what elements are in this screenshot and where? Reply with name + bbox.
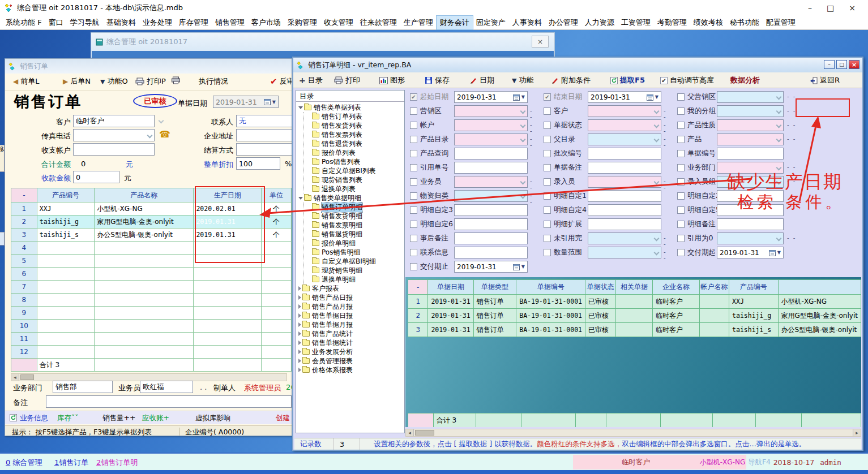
- filter-checkbox-业务部门[interactable]: [677, 164, 685, 171]
- empty-cell[interactable]: [37, 242, 95, 255]
- filter-field-交付期止[interactable]: 2019-01-31▼: [454, 261, 528, 273]
- expand-arrow-icon[interactable]: [298, 304, 301, 309]
- filter-checkbox-单据编号[interactable]: [677, 150, 685, 157]
- detail-cell[interactable]: BA-19-01-31-0001: [516, 323, 585, 337]
- chevron-down-icon[interactable]: [147, 132, 153, 138]
- print-button[interactable]: 打印P: [135, 76, 166, 87]
- scroll-thumb[interactable]: [20, 374, 34, 380]
- empty-cell[interactable]: [261, 294, 291, 307]
- menu-item-固定资产[interactable]: 固定资产: [473, 16, 509, 29]
- product-code-cell[interactable]: taishiji_g: [37, 216, 95, 229]
- menu-item-生产管理[interactable]: 生产管理: [400, 16, 437, 29]
- menu-item-收支管理[interactable]: 收支管理: [320, 16, 357, 29]
- filter-checkbox-事后备注[interactable]: [410, 235, 417, 242]
- tree-item-报价单列表[interactable]: 报价单列表: [304, 148, 404, 157]
- filter-checkbox-明细扩展[interactable]: [544, 221, 551, 228]
- tree-item-销售退货明细[interactable]: 销售退货明细: [304, 230, 404, 239]
- filter-checkbox-录入员组[interactable]: [677, 178, 685, 186]
- tree-item-销售类单据列表[interactable]: 销售类单据列表: [296, 103, 404, 112]
- phone-icon[interactable]: ☎: [159, 129, 170, 140]
- printer2-icon[interactable]: [171, 76, 181, 84]
- multi-select-dots[interactable]: - -: [787, 136, 796, 142]
- detail-cell[interactable]: XXJ: [729, 295, 779, 309]
- filter-checkbox-父营销区[interactable]: [677, 93, 685, 101]
- detail-cell[interactable]: 销售订单: [473, 309, 516, 323]
- expand-arrow-icon[interactable]: [298, 286, 301, 291]
- empty-cell[interactable]: [95, 333, 194, 346]
- filter-checkbox-明细自定1[interactable]: [544, 192, 551, 200]
- product-name-cell[interactable]: 办公S型电脑-银奥-onlyit: [95, 229, 194, 242]
- filter-field-明细自定4[interactable]: [588, 204, 661, 216]
- order-grid-empty-row[interactable]: 7: [11, 281, 292, 294]
- filter-field-明细备注[interactable]: [717, 218, 784, 230]
- filter-checkbox-单据状态[interactable]: [544, 122, 551, 129]
- dept-field[interactable]: 销售部: [53, 381, 113, 393]
- fetch-button[interactable]: 提取F5: [610, 75, 645, 85]
- row-number[interactable]: 3: [408, 323, 428, 337]
- product-name-cell[interactable]: 家用G型电脑-金奥-onlyit: [95, 216, 194, 229]
- prev-doc-button[interactable]: ◀前单L: [13, 76, 39, 87]
- order-grid-empty-row[interactable]: 5: [11, 255, 292, 268]
- filter-field-明细自定1[interactable]: [588, 190, 661, 202]
- received-field[interactable]: 0: [73, 171, 119, 183]
- detail-cell[interactable]: 家用G型电脑-金奥-onlyit: [778, 309, 861, 323]
- empty-cell[interactable]: [37, 346, 95, 359]
- customer-field[interactable]: 临时客户: [73, 115, 155, 127]
- empty-cell[interactable]: [194, 320, 262, 333]
- filter-field-录入员[interactable]: [588, 176, 661, 188]
- filter-checkbox-起始日期[interactable]: ✔: [410, 93, 417, 101]
- filter-field-起始日期[interactable]: 2019-01-31▼: [454, 91, 528, 103]
- tree-item-现货销售列表[interactable]: 现货销售列表: [304, 175, 404, 184]
- pay-account-field[interactable]: [73, 143, 155, 156]
- filter-checkbox-数量范围[interactable]: [544, 249, 551, 256]
- filter-field-明细自定6[interactable]: [454, 218, 528, 230]
- menu-item-销售管理[interactable]: 销售管理: [212, 16, 248, 29]
- empty-cell[interactable]: [194, 255, 262, 268]
- filter-checkbox-未引用完[interactable]: [544, 235, 551, 242]
- tree-item-自定义单据BI列表[interactable]: 自定义单据BI列表: [304, 166, 404, 175]
- detail-cell[interactable]: 临时客户: [652, 295, 699, 309]
- tree-item-销售产品日报[interactable]: 销售产品日报: [296, 293, 404, 302]
- filter-field-产品目录[interactable]: [454, 133, 528, 145]
- date-button[interactable]: 日期: [470, 75, 494, 85]
- menu-item-人力资源[interactable]: 人力资源: [581, 16, 618, 29]
- empty-cell[interactable]: [95, 346, 194, 359]
- order-titlebar[interactable]: 销售订单: [5, 59, 292, 74]
- filter-field-物资归类[interactable]: [454, 190, 528, 202]
- menu-item-绩效考核[interactable]: 绩效考核: [690, 16, 726, 29]
- taskbar-window-0[interactable]: 0 综合管理: [6, 458, 42, 468]
- menu-item-窗口[interactable]: 窗口: [45, 16, 67, 29]
- expand-arrow-icon[interactable]: [298, 359, 301, 363]
- close-button[interactable]: ×: [849, 3, 856, 12]
- filter-checkbox-产品[interactable]: [677, 136, 685, 143]
- filter-field-业务部门[interactable]: [717, 162, 784, 174]
- production-date-cell[interactable]: 2019.01.31: [194, 216, 262, 229]
- filter-checkbox-产品性质[interactable]: [677, 122, 685, 129]
- tree-item-销售发货明细[interactable]: 销售发货明细: [304, 212, 404, 221]
- filter-checkbox-录入员[interactable]: [544, 178, 551, 186]
- order-grid-empty-row[interactable]: 8: [11, 294, 292, 307]
- empty-cell[interactable]: [261, 242, 291, 255]
- detail-cell[interactable]: 销售订单: [473, 323, 516, 337]
- tree-item-销售单据日报[interactable]: 销售单据日报: [296, 311, 404, 320]
- order-hscrollbar[interactable]: ◂: [11, 373, 287, 381]
- menu-item-考勤管理[interactable]: 考勤管理: [654, 16, 690, 29]
- tree-item-退换单列表[interactable]: 退换单列表: [304, 184, 404, 193]
- tree-item-销售退货列表[interactable]: 销售退货列表: [304, 139, 404, 148]
- back-button[interactable]: 返回R: [810, 75, 840, 85]
- detail-cell[interactable]: [699, 295, 729, 309]
- filter-checkbox-交付期起[interactable]: [677, 249, 685, 256]
- taskbar-window-1[interactable]: 1销售订单: [54, 458, 88, 468]
- filter-checkbox-明细备注[interactable]: [677, 221, 685, 228]
- note-field[interactable]: [46, 395, 292, 408]
- order-grid-row[interactable]: 1XXJ小型机-XG-NG2020.02.01个: [11, 202, 292, 216]
- filter-field-产品性质[interactable]: [717, 119, 784, 131]
- filter-field-明细自定3[interactable]: [454, 204, 528, 216]
- tree-item-业务发展分析[interactable]: 业务发展分析: [296, 347, 404, 356]
- maximize-button[interactable]: □: [827, 3, 834, 12]
- nav-f4-button[interactable]: 导航F4: [747, 455, 771, 469]
- scroll-thumb[interactable]: [415, 430, 434, 436]
- filter-field-父营销区[interactable]: [717, 91, 784, 103]
- filter-field-我的分组[interactable]: [717, 105, 784, 117]
- menu-item-库存管理[interactable]: 库存管理: [176, 16, 212, 29]
